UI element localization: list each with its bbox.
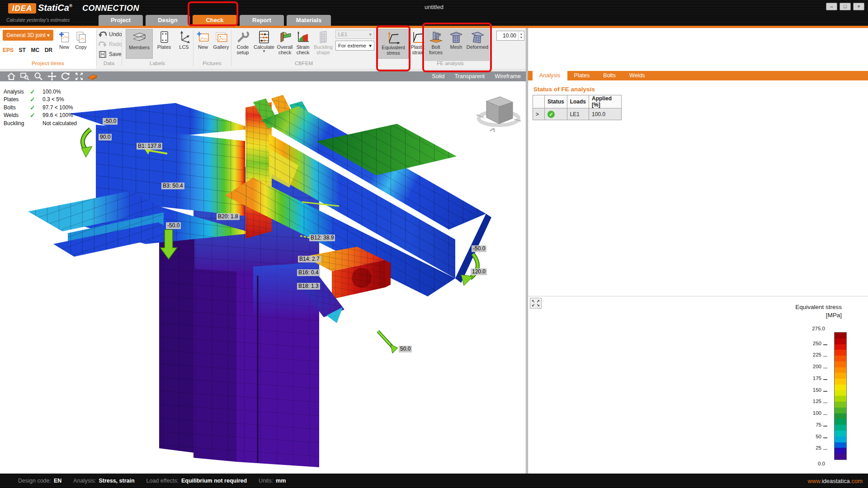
down-arrow-icon[interactable]: ▼ — [520, 36, 523, 39]
website-link[interactable]: www.ideastatica.com — [808, 478, 863, 484]
code-dr[interactable]: DR — [45, 47, 52, 53]
mesh-icon — [449, 30, 463, 44]
axes-icon — [177, 30, 191, 44]
pan-button[interactable] — [45, 71, 59, 81]
status-cell: ✓ — [545, 108, 567, 120]
design-code-switch: EPS ST MC DR — [3, 47, 52, 53]
tagline: Calculate yesterday's estimates — [6, 18, 70, 23]
legend-title: Equivalent stress — [769, 304, 842, 310]
panel-splitter-horizontal[interactable] — [528, 296, 868, 296]
calculate-button[interactable]: Calculate ▼ — [253, 29, 275, 59]
render-mode-wireframe[interactable]: Wireframe — [495, 73, 521, 80]
code-setup-button[interactable]: Code setup — [233, 29, 252, 59]
site-prefix: www. — [808, 478, 822, 484]
legend-color-band — [835, 361, 846, 367]
button-label: Code setup — [237, 44, 249, 56]
check-summary-row: Welds✓99.6 < 100% — [4, 112, 77, 120]
tab-report[interactable]: Report — [240, 15, 284, 26]
gallery-button[interactable]: Gallery — [212, 29, 231, 59]
render-mode-transparent[interactable]: Transparent — [454, 73, 485, 80]
save-button[interactable]: Save — [99, 50, 124, 59]
button-label: New — [198, 44, 208, 50]
deformed-scale-stepper[interactable]: 10.00 ▲▼ — [496, 31, 524, 41]
expand-arrows-icon — [532, 300, 540, 306]
scale-value: 10.00 — [497, 33, 518, 39]
strain-curve-icon — [411, 30, 425, 44]
legend-tick-label: 175 — [813, 375, 821, 381]
zoom-window-button[interactable] — [18, 71, 32, 81]
tab-plates[interactable]: Plates — [567, 71, 597, 80]
deformed-button[interactable]: Deformed — [466, 29, 489, 59]
tab-materials[interactable]: Materials — [287, 15, 331, 26]
code-eps[interactable]: EPS — [3, 47, 14, 53]
tab-analysis[interactable]: Analysis — [533, 71, 567, 80]
lcs-labels-toggle[interactable]: LCS — [175, 29, 193, 59]
group-label-data: Data — [96, 61, 122, 68]
copy-project-button[interactable]: Copy — [72, 29, 90, 59]
rotate-button[interactable] — [59, 71, 72, 81]
column-expander — [533, 95, 545, 108]
home-view-button[interactable] — [5, 71, 18, 81]
statica-logo-text: StatiCa® — [38, 3, 72, 13]
equivalent-stress-button[interactable]: Equivalent stress — [378, 29, 409, 59]
button-label: New — [59, 44, 69, 50]
table-row[interactable]: > ✓ LE1 100.0 — [533, 108, 622, 120]
tab-project[interactable]: Project — [99, 15, 143, 26]
new-document-icon — [57, 30, 71, 44]
code-st[interactable]: ST — [19, 47, 26, 53]
button-label: Mesh — [450, 44, 462, 50]
stepper-arrows[interactable]: ▲▼ — [518, 31, 524, 40]
up-arrow-icon[interactable]: ▲ — [520, 32, 523, 36]
check-item-value: 100.0% — [42, 89, 61, 95]
undo-button[interactable]: Undo — [99, 30, 124, 39]
minimize-button[interactable]: – — [826, 3, 837, 10]
button-label: Deformed — [467, 44, 488, 50]
redo-button[interactable]: Redo — [99, 40, 124, 49]
load-case-dropdown[interactable]: LE1▾ — [335, 30, 374, 39]
legend-units: [MPa] — [769, 312, 842, 319]
render-mode-solid[interactable]: Solid — [432, 73, 445, 80]
tab-welds[interactable]: Welds — [623, 71, 652, 80]
plates-labels-toggle[interactable]: LCS Plates — [154, 29, 175, 59]
ribbon-separator — [377, 30, 377, 66]
buckling-shape-button[interactable]: Buckling shape — [312, 29, 335, 59]
legend-tick-label: 125 — [813, 399, 821, 404]
joint-type-dropdown[interactable]: General 3D joint▾ — [3, 30, 53, 41]
overall-check-button[interactable]: Overall check — [276, 29, 294, 59]
bolt-forces-button[interactable]: Bolt forces — [425, 29, 446, 59]
statusbar-item: Analysis:Stress, strain — [73, 478, 134, 484]
maximize-button[interactable]: □ — [840, 3, 851, 10]
weld-display-button[interactable] — [86, 71, 99, 81]
button-label: Plastic strain — [411, 44, 425, 56]
fit-view-button[interactable] — [72, 71, 86, 81]
code-mc[interactable]: MC — [31, 47, 39, 53]
tab-design[interactable]: Design — [146, 15, 190, 26]
mesh-button[interactable]: Mesh — [447, 29, 466, 59]
close-button[interactable]: × — [853, 3, 864, 10]
new-project-button[interactable]: New — [56, 29, 72, 59]
view-cube[interactable] — [474, 91, 524, 132]
statusbar-item: Design code:EN — [18, 478, 61, 484]
members-labels-toggle[interactable]: Members — [126, 29, 153, 59]
splitter-expand-button[interactable] — [530, 298, 542, 309]
group-label-cbfem: CBFEM — [231, 61, 377, 68]
row-expander[interactable]: > — [533, 108, 545, 120]
chevron-down-icon: ▾ — [369, 31, 372, 38]
legend-color-band — [835, 431, 846, 436]
column-status: Status — [545, 95, 567, 108]
group-label-project-items: Project items — [0, 61, 96, 68]
legend-max-label: 275.0 — [796, 326, 825, 331]
strain-check-button[interactable]: Strain check — [294, 29, 311, 59]
tab-bolts[interactable]: Bolts — [596, 71, 623, 80]
fe-model-canvas[interactable] — [0, 81, 526, 474]
zoom-button[interactable] — [32, 71, 45, 81]
button-label: Bolt forces — [429, 44, 443, 56]
new-picture-button[interactable]: New — [195, 29, 211, 59]
legend-color-band — [835, 419, 846, 425]
chevron-down-icon: ▾ — [47, 30, 50, 41]
check-item-value: 99.6 < 100% — [42, 112, 73, 118]
buckling-shape-icon — [316, 30, 330, 44]
extreme-mode-dropdown[interactable]: For extreme▾ — [335, 41, 374, 51]
legend-color-band — [835, 442, 846, 448]
tab-check[interactable]: Check — [193, 15, 237, 26]
